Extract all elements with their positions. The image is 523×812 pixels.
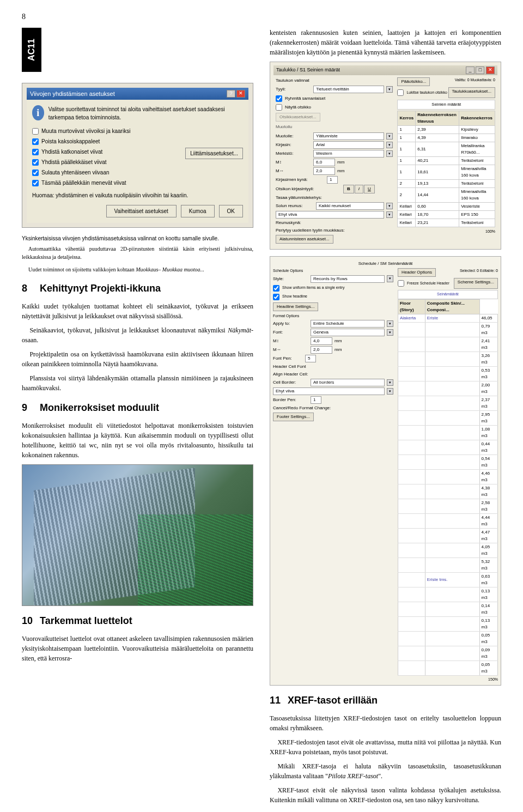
checkbox-paallekkaiset[interactable]: [32, 159, 39, 166]
font-label: Font:: [273, 329, 308, 336]
border-pen-input[interactable]: 1: [311, 396, 321, 404]
chevron-down-icon[interactable]: ▾: [387, 379, 393, 386]
checkbox-uniform[interactable]: [273, 285, 279, 292]
font-select[interactable]: Geneva: [311, 329, 385, 336]
headline-settings-button[interactable]: Headline Settings...: [273, 302, 318, 311]
chevron-down-icon[interactable]: ▾: [386, 150, 393, 157]
chevron-down-icon[interactable]: ▾: [387, 388, 393, 395]
checkbox-label: Freeze Schedule Header: [407, 281, 449, 287]
table-row: 214,44Mineraalivilla 160 kova: [398, 188, 495, 203]
chevron-down-icon[interactable]: ▾: [386, 133, 393, 140]
close-icon[interactable]: ✕: [486, 66, 495, 74]
checkbox-freeze[interactable]: [398, 280, 404, 287]
kirjasin-select[interactable]: Arial: [313, 141, 384, 149]
reunuskyna-label: Reunuskynä:: [276, 220, 314, 226]
header-options-button[interactable]: Header Options: [398, 268, 436, 277]
table-row: 4,44 m3: [398, 513, 497, 528]
periytyy-label: Periytyy uudelleen tyylin muokkaus:: [276, 227, 352, 234]
checkbox-katkonaiset[interactable]: [32, 149, 39, 155]
chevron-down-icon[interactable]: ▾: [387, 320, 393, 328]
paaotsikko-button[interactable]: Pääotsikko...: [397, 77, 430, 86]
checkbox-kaksoiskappaleet[interactable]: [32, 138, 39, 145]
body-paragraph: Monikerroksiset moduulit eli viitetiedos…: [22, 421, 253, 460]
stepwise-button[interactable]: Vaiheittaiset asetukset: [106, 205, 177, 217]
checkbox-nayta-otsikko[interactable]: [276, 104, 282, 111]
checkbox-ryhmita[interactable]: [276, 95, 282, 102]
cancel-redo-label: Cancel/Redo Format Change:: [273, 405, 338, 411]
style-select[interactable]: Tietueet riveittäin: [313, 86, 384, 93]
checkbox-label: Lukitse taulukon otsikko: [406, 90, 447, 96]
checkbox-tasmaa[interactable]: [32, 180, 39, 186]
ok-button[interactable]: OK: [219, 205, 243, 217]
table-row: 16,31Metalliranka R70k60...: [398, 142, 495, 157]
body-paragraph: Seinäkaaviot, työkuvat, julkisivut ja le…: [22, 325, 253, 345]
link-settings-button[interactable]: Liittämisasetukset...: [185, 148, 243, 159]
cancel-button[interactable]: Kumoa: [181, 205, 215, 217]
checkbox-show-headline[interactable]: [273, 294, 279, 300]
dialog-instruction: Valitse suoritettavat toiminnot tai aloi…: [48, 105, 243, 122]
m1-input[interactable]: 6,0: [313, 159, 335, 166]
alatunniste-button[interactable]: Alatunnisteen asetukset...: [276, 235, 333, 244]
table-row: Eriste tms.0,63 m3: [398, 572, 497, 587]
checkbox-sulauta[interactable]: [32, 169, 39, 176]
merkisto-select[interactable]: Western: [313, 150, 384, 157]
section-10-heading: 10 Tarkemmat luettelot: [22, 614, 253, 628]
m2-input[interactable]: 2,0: [311, 346, 332, 354]
selection-count: Valittu: 0 Muokattavia: 0: [455, 77, 495, 86]
m2-input[interactable]: 2,0: [313, 167, 335, 175]
table-row: 0,09 m3: [398, 646, 497, 660]
solun-reunus-select[interactable]: Kaikki reunukset: [316, 202, 384, 210]
table-row: 14,39Ilmarako: [398, 134, 495, 142]
table-row: 0,05 m3: [398, 660, 497, 675]
checkbox-murtoviivat[interactable]: [32, 128, 39, 135]
italic-button[interactable]: I: [355, 185, 363, 193]
style-label: Tyyli:: [276, 86, 311, 93]
schedule-caption: Seinämäärät: [398, 290, 498, 299]
chevron-down-icon[interactable]: ▾: [386, 142, 393, 149]
table-row: 2,00 m3: [398, 381, 497, 396]
body-paragraph: XREF-tasot eivät ole näkyvissä tason val…: [270, 785, 501, 805]
pen-input[interactable]: 1: [327, 176, 338, 184]
bold-button[interactable]: B: [343, 185, 354, 193]
checkbox-lukitse[interactable]: [397, 89, 404, 96]
chevron-down-icon[interactable]: ▾: [386, 86, 393, 93]
footer-settings-button[interactable]: Footer Settings...: [273, 413, 314, 421]
checkbox-label: Show headline: [282, 294, 307, 300]
apply-label: Apply to:: [273, 320, 308, 327]
font-pen-input[interactable]: 5: [305, 355, 316, 362]
unit-label: mm: [335, 338, 342, 344]
style-label: Style:: [273, 276, 308, 282]
apply-select[interactable]: Entire Schedule: [311, 320, 385, 328]
minimize-icon[interactable]: _: [466, 66, 475, 74]
chevron-down-icon[interactable]: ▾: [387, 275, 393, 282]
chevron-down-icon[interactable]: ▾: [386, 211, 393, 219]
table-row: Kellari18,70EPS 150: [398, 211, 495, 219]
line-select[interactable]: Ehyt viiva: [273, 387, 385, 395]
zoom-level: 150%: [398, 677, 498, 683]
muotoile-select[interactable]: Ylätunniste: [313, 132, 384, 140]
section-title: XREF-tasot erillään: [288, 695, 378, 706]
table-row: 4,38 m3: [398, 484, 497, 499]
m1-input[interactable]: 4,0: [311, 337, 332, 345]
col-header: Kerros: [398, 111, 416, 126]
m1-label: M↕: [276, 159, 311, 166]
underline-button[interactable]: U: [364, 185, 375, 193]
unit-label: mm: [337, 168, 344, 174]
checkbox-label: Muuta murtoviivat viivoiksi ja kaariksi: [41, 127, 130, 135]
close-icon[interactable]: ✕: [236, 90, 245, 98]
chevron-down-icon[interactable]: ▾: [386, 203, 393, 210]
taulukkoasetukset-button[interactable]: Taulukkoasetukset...: [448, 87, 495, 98]
cell-border-select[interactable]: All borders: [311, 379, 385, 386]
col-header: Rakennekerroksen tilavuus: [416, 111, 459, 126]
section-11-heading: 11 XREF-tasot erillään: [270, 693, 501, 708]
help-icon[interactable]: ?: [227, 90, 235, 98]
section-tab: AC11: [22, 28, 41, 72]
chevron-down-icon[interactable]: ▾: [387, 329, 393, 336]
maximize-icon[interactable]: □: [476, 66, 484, 74]
viiva-select[interactable]: Ehyt viiva: [276, 211, 384, 219]
scheme-settings-button[interactable]: Scheme Settings...: [454, 278, 498, 289]
building-3d-render: [22, 464, 253, 606]
style-select[interactable]: Records by Rows: [311, 275, 385, 283]
schedule-screenshot: Schedule / SM Seinämäärät Schedule Optio…: [270, 256, 501, 686]
table-row: 12,39Kipsilevy: [398, 126, 495, 134]
